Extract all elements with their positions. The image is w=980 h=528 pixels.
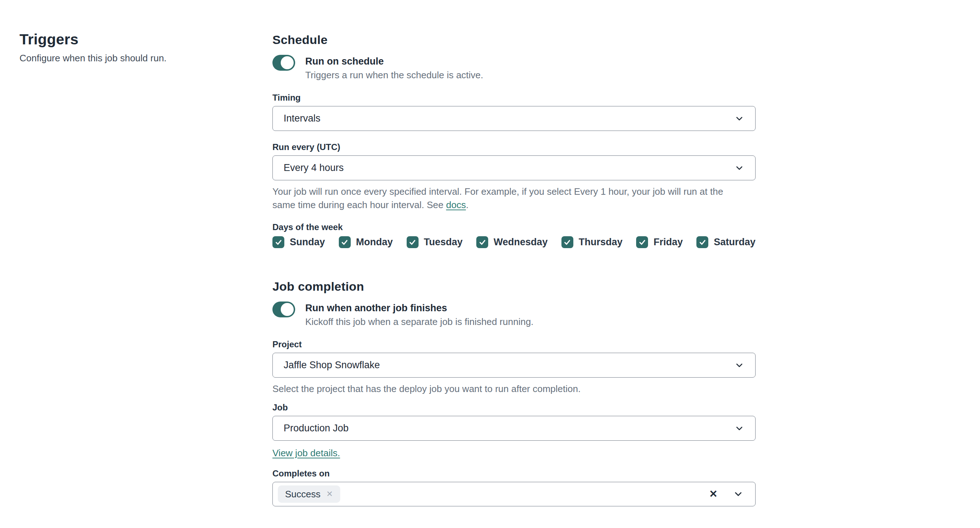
day-label: Friday bbox=[654, 236, 682, 248]
chevron-down-icon bbox=[734, 163, 745, 173]
run-on-schedule-text: Run on schedule Triggers a run when the … bbox=[305, 55, 483, 81]
day-label: Saturday bbox=[714, 236, 756, 248]
project-select[interactable]: Jaffle Shop Snowflake bbox=[272, 353, 756, 377]
completes-on-select[interactable]: Success ✕ ✕ bbox=[272, 482, 756, 506]
project-help-text: Select the project that has the deploy j… bbox=[272, 382, 731, 396]
day-checkbox-thursday[interactable]: Thursday bbox=[562, 236, 623, 248]
chevron-down-icon bbox=[734, 114, 745, 124]
run-every-selected-value: Every 4 hours bbox=[283, 162, 344, 173]
day-label: Sunday bbox=[290, 236, 325, 248]
run-every-help-text: Your job will run once every specified i… bbox=[272, 185, 731, 212]
timing-selected-value: Intervals bbox=[283, 113, 320, 124]
job-select[interactable]: Production Job bbox=[272, 416, 756, 441]
days-of-week-row: Sunday Monday Tuesday Wednesday Thursday… bbox=[272, 236, 756, 248]
job-selected-value: Production Job bbox=[283, 423, 348, 434]
day-checkbox-wednesday[interactable]: Wednesday bbox=[476, 236, 548, 248]
day-checkbox-sunday[interactable]: Sunday bbox=[272, 236, 325, 248]
chevron-down-icon[interactable] bbox=[733, 489, 744, 499]
run-on-schedule-description: Triggers a run when the schedule is acti… bbox=[305, 68, 483, 81]
completes-on-label: Completes on bbox=[272, 468, 756, 479]
triggers-settings-page: Triggers Configure when this job should … bbox=[0, 0, 980, 506]
run-on-schedule-label: Run on schedule bbox=[305, 55, 483, 68]
tag-label: Success bbox=[285, 489, 320, 500]
run-when-another-job-finishes-description: Kickoff this job when a separate job is … bbox=[305, 315, 534, 328]
day-checkbox-saturday[interactable]: Saturday bbox=[697, 236, 756, 248]
timing-label: Timing bbox=[272, 92, 756, 103]
day-label: Thursday bbox=[579, 236, 623, 248]
docs-link[interactable]: docs bbox=[446, 200, 466, 210]
checkbox-checked-icon bbox=[636, 236, 648, 248]
checkbox-checked-icon bbox=[476, 236, 488, 248]
run-when-another-job-finishes-label: Run when another job finishes bbox=[305, 301, 534, 314]
toggle-knob bbox=[281, 303, 294, 316]
run-when-another-job-finishes-toggle[interactable] bbox=[272, 301, 295, 317]
chevron-down-icon bbox=[734, 423, 745, 433]
selected-tag-success: Success ✕ bbox=[278, 485, 340, 503]
toggle-knob bbox=[281, 56, 294, 69]
help-text-segment: Your job will run once every specified i… bbox=[272, 186, 723, 210]
run-on-schedule-toggle[interactable] bbox=[272, 55, 295, 71]
remove-tag-icon[interactable]: ✕ bbox=[326, 490, 332, 498]
view-job-details-link[interactable]: View job details. bbox=[272, 447, 340, 460]
day-label: Monday bbox=[356, 236, 393, 248]
chevron-down-icon bbox=[734, 360, 745, 370]
job-label: Job bbox=[272, 402, 756, 413]
job-completion-heading: Job completion bbox=[272, 278, 756, 294]
help-text-segment: . bbox=[466, 200, 468, 210]
checkbox-checked-icon bbox=[272, 236, 284, 248]
day-checkbox-tuesday[interactable]: Tuesday bbox=[407, 236, 463, 248]
run-when-another-job-finishes-row: Run when another job finishes Kickoff th… bbox=[272, 301, 756, 328]
run-every-select[interactable]: Every 4 hours bbox=[272, 155, 756, 180]
project-label: Project bbox=[272, 339, 756, 350]
checkbox-checked-icon bbox=[697, 236, 708, 248]
timing-select[interactable]: Intervals bbox=[272, 106, 756, 131]
day-label: Wednesday bbox=[493, 236, 548, 248]
triggers-form: Schedule Run on schedule Triggers a run … bbox=[272, 31, 756, 506]
run-when-another-job-finishes-text: Run when another job finishes Kickoff th… bbox=[305, 301, 534, 328]
schedule-heading: Schedule bbox=[272, 32, 756, 48]
checkbox-checked-icon bbox=[407, 236, 418, 248]
run-every-label: Run every (UTC) bbox=[272, 142, 756, 152]
days-of-week-label: Days of the week bbox=[272, 222, 756, 233]
checkbox-checked-icon bbox=[339, 236, 351, 248]
page-title: Triggers bbox=[19, 31, 272, 48]
run-on-schedule-row: Run on schedule Triggers a run when the … bbox=[272, 55, 756, 81]
day-checkbox-friday[interactable]: Friday bbox=[636, 236, 682, 248]
clear-selection-icon[interactable]: ✕ bbox=[709, 489, 718, 499]
checkbox-checked-icon bbox=[562, 236, 573, 248]
page-subtitle: Configure when this job should run. bbox=[19, 52, 272, 64]
day-checkbox-monday[interactable]: Monday bbox=[339, 236, 393, 248]
project-selected-value: Jaffle Shop Snowflake bbox=[283, 360, 380, 371]
day-label: Tuesday bbox=[424, 236, 463, 248]
section-description-panel: Triggers Configure when this job should … bbox=[19, 31, 272, 506]
